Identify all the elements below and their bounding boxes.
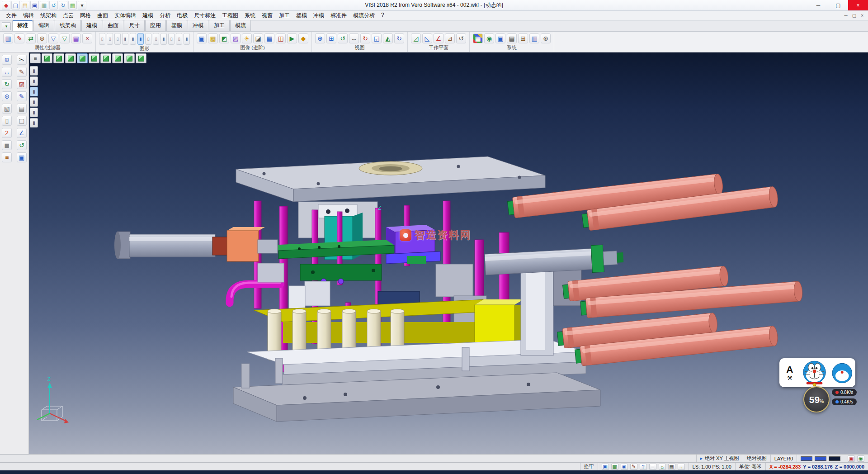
gear-icon[interactable]: ⊛	[2, 91, 12, 101]
filter-clear-icon[interactable]: ×	[82, 33, 92, 43]
image-background-icon[interactable]: ▦	[264, 33, 274, 43]
workplane-3pt-icon[interactable]: ⊿	[445, 33, 455, 43]
layer-swatch-1[interactable]	[815, 456, 826, 461]
tab-menu-icon[interactable]: ▾	[2, 22, 11, 30]
move-icon[interactable]: ↔	[2, 67, 12, 77]
filter-all-icon[interactable]: ▮	[30, 118, 38, 128]
view-list-icon[interactable]: ≡	[30, 53, 41, 63]
filter-dims-icon[interactable]: ▮	[30, 108, 38, 117]
close-button[interactable]: ×	[848, 0, 868, 10]
customize-caret-icon[interactable]: ▾	[78, 1, 86, 9]
view-back-icon[interactable]	[65, 53, 76, 63]
scissors-icon[interactable]: ✂	[17, 55, 27, 65]
annotate-icon[interactable]: ✎	[630, 464, 637, 470]
zoom-previous-icon[interactable]: ↺	[338, 33, 348, 43]
attribute-match-icon[interactable]: ▥	[3, 33, 13, 43]
pencil-icon[interactable]: ✎	[17, 67, 27, 77]
redo-icon[interactable]: ↻	[59, 1, 67, 9]
filter-edit-icon[interactable]: ▽	[60, 33, 70, 43]
print-icon[interactable]: ▥	[40, 1, 48, 9]
tab-9[interactable]: 加工	[209, 20, 230, 31]
dimension-icon[interactable]: ∠	[17, 128, 27, 138]
world-icon[interactable]: ◉	[857, 455, 864, 462]
view-iso-icon[interactable]	[42, 53, 52, 63]
erase-icon[interactable]: ▨	[17, 79, 27, 89]
layers-icon[interactable]: ≡	[2, 152, 12, 162]
zoom-icon[interactable]: ⊕	[2, 55, 12, 65]
open-folder-icon[interactable]: ▤	[21, 1, 29, 9]
view-mode-segment[interactable]: ▸ 绝对 XY 上视图	[696, 455, 743, 462]
attribute-settings-icon[interactable]: ⊛	[37, 33, 47, 43]
database-icon[interactable]: ▥	[529, 33, 539, 43]
image-render-icon[interactable]: ▩	[208, 33, 218, 43]
view-dynamic-icon[interactable]	[136, 53, 146, 63]
tab-7[interactable]: 塑膜	[166, 20, 187, 31]
workplane-set-icon[interactable]: ◺	[422, 33, 432, 43]
gfx-shaded-edges-icon[interactable]: ▮	[130, 33, 136, 45]
grid-icon[interactable]: ▦	[68, 1, 77, 9]
zoom-window-icon[interactable]: ⊞	[326, 33, 336, 43]
tab-5[interactable]: 尺寸	[124, 20, 145, 31]
app-logo-icon[interactable]: ◆	[2, 1, 10, 9]
view-right-icon[interactable]	[112, 53, 123, 63]
iso-view-icon[interactable]: ◭	[383, 33, 393, 43]
view-top-icon[interactable]	[77, 53, 88, 63]
workplane-reset-icon[interactable]: ↺	[456, 33, 466, 43]
fit-display-icon[interactable]: ▣	[848, 455, 855, 462]
tab-0[interactable]: 标准	[12, 20, 33, 31]
measure-icon[interactable]: 2	[2, 128, 12, 138]
layer-segment[interactable]: LAYER0	[770, 455, 797, 462]
attribute-copy-icon[interactable]: ⇄	[26, 33, 36, 43]
workplane-xy-icon[interactable]: ◿	[411, 33, 421, 43]
image-light-icon[interactable]: ☀	[242, 33, 252, 43]
image-capture-icon[interactable]: ▣	[197, 33, 207, 43]
zoom-all-icon[interactable]: ⊕	[315, 33, 325, 43]
menu-item-17[interactable]: 标准件	[327, 11, 350, 20]
tab-6[interactable]: 应用	[145, 20, 166, 31]
gfx-shaded-icon[interactable]: ▮	[122, 33, 128, 45]
color-palette-icon[interactable]: ▦	[473, 33, 483, 43]
filter-points-icon[interactable]: ▮	[30, 66, 38, 76]
sheet-icon[interactable]: ▤	[17, 104, 27, 114]
context-arrow-icon[interactable]: →	[678, 464, 685, 470]
gfx-antialias-icon[interactable]: ▮	[184, 33, 190, 45]
solid-icon[interactable]: ◼	[2, 140, 12, 150]
view-left-icon[interactable]	[100, 53, 111, 63]
table-icon[interactable]: ▤	[507, 33, 517, 43]
globe-icon[interactable]: ◉	[484, 33, 494, 43]
tab-2[interactable]: 线架构	[55, 20, 81, 31]
menu-item-4[interactable]: 网格	[77, 11, 94, 20]
gfx-wireframe-icon[interactable]: ▯	[99, 33, 105, 45]
menu-item-9[interactable]: 电极	[174, 11, 191, 20]
save-icon[interactable]: ▣	[30, 1, 39, 9]
image-advanced-icon[interactable]: ◆	[298, 33, 308, 43]
view-bottom-icon[interactable]	[89, 53, 99, 63]
snap-segment[interactable]: 拴牢	[580, 463, 598, 470]
menu-item-5[interactable]: 曲面	[94, 11, 111, 20]
image-texture-icon[interactable]: ▨	[231, 33, 241, 43]
menu-item-0[interactable]: 文件	[3, 11, 20, 20]
page-icon[interactable]: ▢	[17, 116, 27, 126]
image-shadow-icon[interactable]: ◪	[253, 33, 263, 43]
recorder-percent-badge[interactable]: 59%	[803, 386, 830, 412]
rotate-icon[interactable]: ↻	[2, 79, 12, 89]
gfx-silhouette-icon[interactable]: ▯	[176, 33, 182, 45]
menu-item-1[interactable]: 编辑	[20, 11, 37, 20]
minimize-button[interactable]: ─	[808, 0, 828, 10]
image-stereo-icon[interactable]: ◫	[276, 33, 286, 43]
gfx-textured-icon[interactable]: ▮	[160, 33, 167, 45]
mdi-minimize-button[interactable]: ─	[844, 13, 848, 18]
filter-solids-icon[interactable]: ▮	[30, 97, 38, 107]
rotate-view-icon[interactable]: ↻	[360, 33, 370, 43]
menu-item-19[interactable]: ?	[378, 11, 387, 20]
3d-viewport[interactable]: Z Z ≡ ▮▮▮▮▮▮ 智造资料网 A ⚒	[29, 52, 868, 454]
undo-history-icon[interactable]: ↺	[17, 140, 27, 150]
pan-view-icon[interactable]: ↔	[349, 33, 359, 43]
menu-item-16[interactable]: 冲模	[310, 11, 327, 20]
menu-item-15[interactable]: 塑模	[293, 11, 310, 20]
box-icon[interactable]: ▧	[2, 104, 12, 114]
layer-toggle-icon[interactable]: ≡	[649, 464, 656, 470]
menu-item-7[interactable]: 建模	[139, 11, 156, 20]
view-ref-segment[interactable]: 绝对视图	[743, 455, 770, 462]
layer-swatch-2[interactable]	[829, 456, 840, 461]
